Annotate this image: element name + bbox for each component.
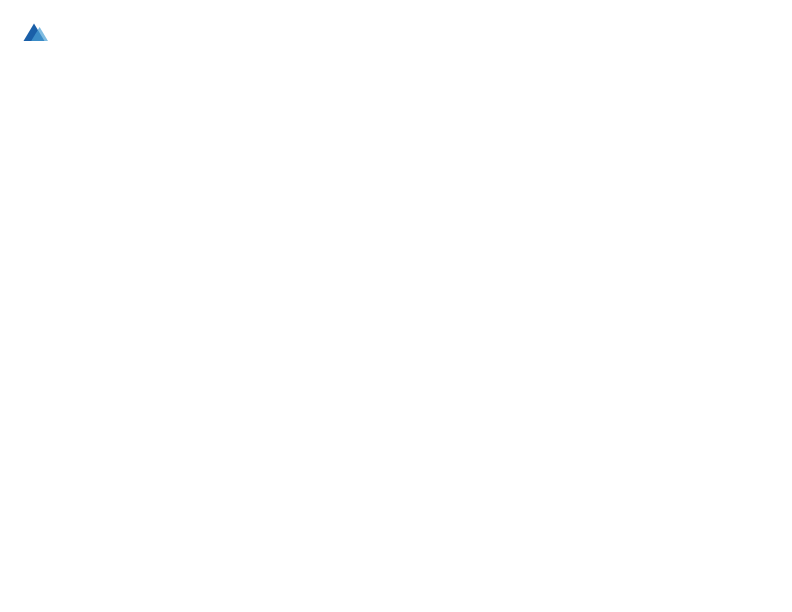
logo bbox=[20, 20, 52, 48]
logo-icon bbox=[20, 20, 48, 48]
page-header bbox=[20, 20, 772, 48]
